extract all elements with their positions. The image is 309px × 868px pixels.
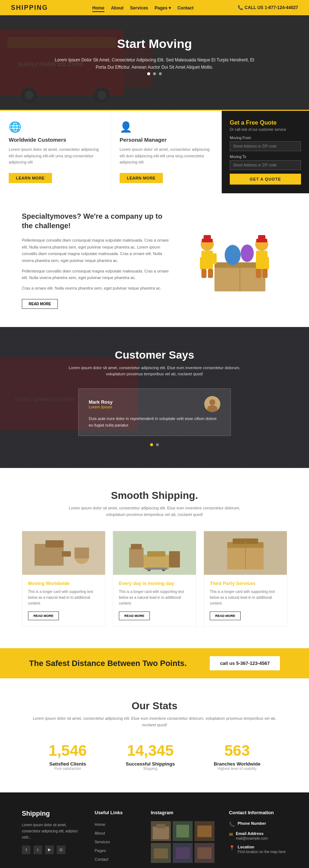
about-title: Specialtymoves? We're a company up to th…: [22, 211, 171, 230]
nav-item-contact[interactable]: Contact: [177, 5, 194, 11]
svg-rect-57: [197, 847, 212, 859]
insta-thumb-5[interactable]: [194, 843, 214, 863]
services-section: Smooth Shipping. Lorem ipsum dolor sit a…: [0, 468, 309, 648]
nav-item-about[interactable]: About: [111, 5, 124, 11]
insta-thumb-0[interactable]: [151, 821, 171, 841]
nav-item-home[interactable]: Home: [92, 5, 104, 11]
service-title-2: Third Party Services: [210, 581, 281, 586]
footer-link-home[interactable]: Home: [95, 821, 136, 827]
card-manager-text: Lorem ipsum dolor sit amet, consectetur …: [120, 146, 213, 167]
globe-icon: 🌐: [9, 121, 21, 133]
insta-thumb-3[interactable]: [151, 843, 171, 863]
service-card-1: Every day is moving day This is a longer…: [113, 531, 196, 626]
service-card-body-2: Third Party Services This is a longer ca…: [204, 575, 287, 626]
svg-rect-26: [258, 235, 265, 239]
footer-links-col: Useful Links Home About Services Pages C…: [95, 810, 136, 865]
testimonial-dot-2[interactable]: [156, 443, 159, 446]
svg-point-32: [209, 399, 215, 405]
quote-subtitle: Or call one of our customer service: [230, 128, 301, 132]
footer-about-col: Shipping Lorem ipsum dolor sit amet, con…: [22, 810, 80, 865]
testimonial-title: Customer Says: [29, 349, 280, 361]
service-text-0: This is a longer card with supporting te…: [28, 589, 99, 606]
email-icon: ✉: [229, 832, 233, 837]
card-worldwide-btn[interactable]: Learn More: [9, 173, 52, 183]
svg-rect-56: [176, 847, 190, 859]
insta-thumb-2[interactable]: [194, 821, 214, 841]
hero-description: Lorem Ipsum Dolor Sit Amet, Consectetur …: [53, 57, 256, 70]
card-manager-btn[interactable]: Learn More: [120, 173, 163, 183]
service-text-1: This is a longer card with supporting te…: [119, 589, 190, 606]
service-title-0: Moving Worldwide: [28, 581, 99, 586]
services-grid: Moving Worldwide This is a longer card w…: [22, 531, 287, 626]
footer: Shipping Lorem ipsum dolor sit amet, con…: [0, 792, 309, 868]
svg-rect-39: [144, 555, 169, 569]
svg-rect-37: [75, 548, 89, 558]
testimonial-author-label: Lorem Ipsum: [89, 405, 200, 409]
moving-from-input[interactable]: [230, 141, 301, 151]
svg-rect-54: [197, 825, 212, 837]
about-text: Specialtymoves? We're a company up to th…: [22, 211, 171, 309]
hero-dot-3[interactable]: [159, 72, 162, 75]
service-btn-2[interactable]: READ MORE: [210, 611, 241, 620]
hero-dot-2[interactable]: [153, 72, 156, 75]
testimonial-dot-1[interactable]: [150, 443, 153, 446]
service-btn-0[interactable]: READ MORE: [28, 611, 59, 620]
svg-rect-38: [62, 551, 71, 557]
svg-rect-35: [45, 540, 64, 548]
twitter-icon[interactable]: t: [33, 845, 42, 854]
cta-phone-btn[interactable]: call us 5-367-123-4567: [210, 656, 280, 670]
contact-location-label: Location: [238, 845, 286, 849]
moving-to-label: Moving To: [230, 155, 301, 159]
svg-rect-16: [208, 269, 213, 278]
stat-1: 14,345 Successful Shippings Shipping: [126, 743, 175, 771]
svg-rect-24: [262, 269, 268, 278]
svg-text:SUPPLY CHAIN SOLUTION: SUPPLY CHAIN SOLUTION: [15, 397, 74, 402]
hero-title: Start Moving: [117, 37, 192, 51]
nav-item-services[interactable]: Services: [130, 5, 148, 11]
facebook-icon[interactable]: f: [22, 845, 31, 854]
card-worldwide: 🌐 Worldwide Customers Lorem ipsum dolor …: [0, 111, 111, 193]
testimonial-text: Duis aute irure dolor in reprehenderit i…: [89, 416, 220, 428]
footer-link-services[interactable]: Services: [95, 839, 136, 844]
stat-label-2: Branches Worldwide: [214, 761, 260, 767]
service-card-body-0: Moving Worldwide This is a longer card w…: [22, 575, 105, 626]
service-text-2: This is a longer card with supporting te…: [210, 589, 281, 606]
service-card-2: Third Party Services This is a longer ca…: [204, 531, 287, 626]
svg-rect-15: [201, 269, 206, 278]
person-icon: 👤: [120, 121, 132, 133]
footer-link-about[interactable]: About: [95, 830, 136, 836]
moving-to-input[interactable]: [230, 160, 301, 170]
contact-email-label: Email Address: [236, 831, 268, 836]
footer-link-contact[interactable]: Contact: [95, 856, 136, 862]
youtube-icon[interactable]: ▶: [45, 845, 54, 854]
insta-thumb-1[interactable]: [173, 821, 193, 841]
service-btn-1[interactable]: READ MORE: [119, 611, 150, 620]
svg-rect-42: [131, 544, 142, 549]
card-worldwide-text: Lorem ipsum dolor sit amet, consectetur …: [9, 146, 102, 167]
svg-rect-21: [261, 253, 265, 264]
service-card-img-2: [204, 531, 287, 575]
card-manager: 👤 Personal Manager Lorem ipsum dolor sit…: [111, 111, 222, 193]
get-quote-btn[interactable]: GET A QUOTE: [230, 174, 301, 185]
about-read-more-btn[interactable]: READ MORE: [22, 299, 58, 309]
footer-about-text: Lorem ipsum dolor sit amet, consectetur …: [22, 822, 80, 840]
svg-rect-14: [213, 253, 217, 264]
footer-grid: Shipping Lorem ipsum dolor sit amet, con…: [22, 810, 287, 865]
quote-title: Get a Free Quote: [230, 120, 301, 126]
about-section: Specialtymoves? We're a company up to th…: [0, 193, 309, 327]
nav-item-pages[interactable]: Pages ▾: [154, 5, 171, 11]
svg-rect-53: [176, 825, 189, 837]
svg-point-2: [21, 87, 37, 103]
instagram-icon[interactable]: ◎: [57, 845, 65, 854]
movers-illustration: [185, 211, 287, 296]
svg-rect-22: [265, 257, 269, 270]
about-para-1: Pellentesque convallis diam consequat ma…: [22, 237, 171, 264]
hero-section: SUPPLY CHAIN SOLUTION Start Moving Lorem…: [0, 15, 309, 110]
insta-thumb-4[interactable]: [173, 843, 193, 863]
card-manager-title: Personal Manager: [120, 137, 166, 143]
service-card-img-1: [113, 531, 196, 575]
svg-rect-40: [147, 551, 165, 557]
footer-link-pages[interactable]: Pages: [95, 847, 136, 853]
hero-dot-1[interactable]: [147, 72, 150, 75]
stat-0: 1,546 Satisfied Clients Pure satisfactio…: [49, 743, 87, 771]
